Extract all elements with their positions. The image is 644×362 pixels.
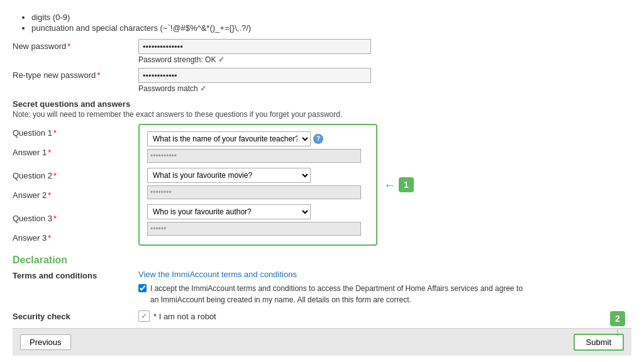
terms-text: I accept the ImmiAccount terms and condi… — [150, 283, 528, 305]
q1-label: Question 1 — [13, 128, 52, 138]
terms-row: Terms and conditions View the ImmiAccoun… — [13, 270, 631, 305]
q2-row: What is your favourite movie? — [147, 168, 369, 183]
retype-password-input[interactable] — [138, 68, 371, 83]
security-label: Security check — [13, 312, 138, 321]
terms-checkbox[interactable] — [138, 284, 147, 292]
q1-help-icon[interactable]: ? — [313, 134, 323, 144]
secret-section-note: Note: you will need to remember the exac… — [13, 110, 631, 119]
password-requirements-list: digits (0-9) punctuation and special cha… — [31, 13, 631, 33]
password-strength-text: Password strength: OK ✓ — [138, 55, 631, 64]
robot-check-icon: ✓ — [141, 312, 147, 321]
q1-select[interactable]: What is the name of your favourite teach… — [147, 131, 311, 146]
declaration-title: Declaration — [13, 255, 631, 266]
badge-1: 1 — [399, 177, 414, 192]
badge-2: 2 — [610, 311, 625, 326]
terms-link[interactable]: View the ImmiAccount terms and condition… — [138, 270, 631, 279]
badge1-area: ← 1 — [384, 177, 414, 192]
robot-label: * I am not a robot — [153, 312, 216, 321]
submit-arrow-down-icon: ↓ — [615, 326, 621, 337]
secret-qa-green-box: What is the name of your favourite teach… — [138, 124, 377, 246]
a2-input[interactable] — [147, 185, 361, 199]
new-password-field-col: Password strength: OK ✓ — [138, 39, 631, 64]
secret-qa-labels-col: Question 1* Answer 1* Question 2* Answer… — [13, 124, 138, 246]
retype-password-row: Re-type new password* Passwords match ✓ — [13, 68, 631, 93]
a3-label: Answer 3 — [13, 233, 47, 243]
q2-label: Question 2 — [13, 171, 52, 180]
submit-area: 2 ↓ Submit — [574, 334, 624, 351]
previous-button[interactable]: Previous — [20, 334, 71, 350]
passwords-match-text: Passwords match ✓ — [138, 84, 631, 93]
arrow-left-icon: ← — [384, 178, 396, 192]
a2-row — [147, 185, 369, 199]
q3-row: Who is your favourite author? — [147, 204, 369, 219]
q2-select[interactable]: What is your favourite movie? — [147, 168, 311, 183]
a1-input[interactable] — [147, 149, 361, 163]
new-password-label: New password* — [13, 39, 138, 51]
q3-select[interactable]: Who is your favourite author? — [147, 204, 311, 219]
terms-checkbox-row: I accept the ImmiAccount terms and condi… — [138, 283, 631, 305]
q1-row: What is the name of your favourite teach… — [147, 131, 369, 146]
new-password-input[interactable] — [138, 39, 371, 54]
a2-label: Answer 2 — [13, 190, 47, 200]
badge2-area: 2 ↓ — [610, 311, 625, 337]
footer-bar: Previous 2 ↓ Submit — [13, 328, 631, 356]
retype-password-field-col: Passwords match ✓ — [138, 68, 631, 93]
secret-section-title: Secret questions and answers — [13, 99, 631, 109]
secret-qa-outer: Question 1* Answer 1* Question 2* Answer… — [13, 124, 631, 246]
q3-label: Question 3 — [13, 214, 52, 223]
retype-password-label: Re-type new password* — [13, 68, 138, 80]
bullet-digits: digits (0-9) — [31, 13, 631, 22]
terms-content: View the ImmiAccount terms and condition… — [138, 270, 631, 305]
robot-checkbox-box: ✓ — [138, 310, 150, 322]
a3-input[interactable] — [147, 222, 361, 236]
robot-checkbox-row: ✓ * I am not a robot — [138, 310, 216, 322]
bullet-special: punctuation and special characters (~`!@… — [31, 23, 631, 33]
a1-row — [147, 149, 369, 163]
a3-row — [147, 222, 369, 236]
security-row: Security check ✓ * I am not a robot — [13, 310, 631, 322]
page-wrapper: digits (0-9) punctuation and special cha… — [0, 0, 644, 362]
required-star2: * — [97, 70, 100, 80]
required-star: * — [67, 41, 70, 51]
match-check-icon: ✓ — [200, 84, 206, 93]
strength-check-icon: ✓ — [218, 55, 225, 64]
a1-label: Answer 1 — [13, 148, 47, 157]
terms-label: Terms and conditions — [13, 270, 138, 280]
new-password-row: New password* Password strength: OK ✓ — [13, 39, 631, 64]
